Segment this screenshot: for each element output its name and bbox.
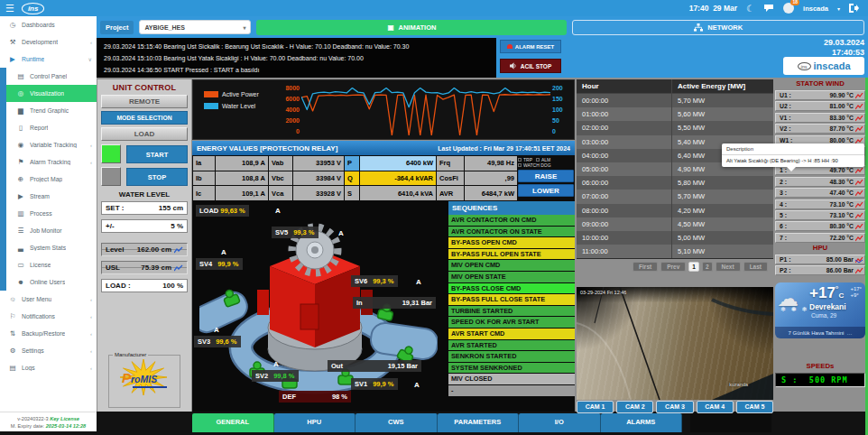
last-page-button[interactable]: Last [743, 262, 768, 272]
prev-page-button[interactable]: Prev [660, 262, 686, 272]
speed-readout: S :500 RPM [775, 373, 865, 387]
load-percent-field[interactable]: LOAD :100 % [101, 279, 188, 292]
load-mode-button[interactable]: LOAD [101, 127, 188, 141]
load-readout[interactable]: LOAD99,63 % [196, 205, 249, 217]
mode-selection-button[interactable]: MODE SELECTION [101, 111, 188, 125]
trend-sparkline-icon[interactable] [855, 213, 863, 219]
sequence-step: AVR STARTED [448, 340, 575, 352]
sidebar-item-system-stats[interactable]: ▃ System Stats [6, 239, 97, 256]
sv3-readout[interactable]: SV399,6 % [194, 336, 241, 347]
weather-forecast-link[interactable]: 7 Günlük Hava Tahmini… [775, 327, 865, 338]
tab-alarms[interactable]: ALARMS [601, 413, 683, 432]
first-page-button[interactable]: First [633, 262, 658, 272]
network-button[interactable]: NETWORK [572, 20, 864, 35]
cam-5-button[interactable]: CAM 5 [736, 401, 773, 413]
sidebar-item-dashboards[interactable]: ◷ Dashboards [0, 16, 97, 33]
stop-button[interactable]: STOP [126, 168, 188, 186]
hamburger-menu-icon[interactable]: ☰ [5, 3, 14, 14]
weather-widget[interactable]: ☁ ❄ ❅ ❄ +17°C +17°+9° Devrekani Cuma, 29… [775, 282, 865, 338]
sidebar-item-development[interactable]: ⚒ Development ‹ [0, 33, 97, 51]
energy-values-header: ENERGY VALUES [PROTECTION RELAY] Last Up… [192, 141, 575, 155]
next-page-button[interactable]: Next [716, 262, 741, 272]
cam-4-button[interactable]: CAM 4 [697, 401, 734, 413]
username[interactable]: inscada [803, 5, 828, 13]
user-caret-icon[interactable]: ▾ [837, 5, 840, 12]
sidebar-item-job-monitor[interactable]: ☰ Job Monitor [6, 222, 97, 239]
camera-watermark: kuzanda [729, 382, 748, 387]
sidebar-item-runtime[interactable]: ▶ Runtime ∨ [0, 51, 97, 68]
sidebar-item-stream[interactable]: ▶ Stream [6, 188, 97, 205]
cam-1-button[interactable]: CAM 1 [577, 401, 614, 413]
sv2-readout[interactable]: SV299,8 % [252, 370, 299, 382]
trend-sparkline-icon[interactable] [855, 257, 863, 264]
set-level-field[interactable]: SET :155 cm [101, 201, 188, 215]
sv6-readout[interactable]: SV699,3 % [351, 275, 398, 287]
outlet-pressure[interactable]: Out19,15 Bar [328, 360, 421, 372]
tab-cws[interactable]: CWS [356, 413, 438, 432]
sidebar-item-settings[interactable]: ⚙ Settings ‹ [0, 342, 97, 359]
tab-hpu[interactable]: HPU [274, 413, 356, 432]
tab-general[interactable]: GENERAL [192, 413, 274, 432]
last-updated: Last Updated : Fri Mar 29 17:40:51 EET 2… [438, 145, 570, 152]
trend-sparkline-icon[interactable] [855, 126, 863, 133]
trend-sparkline-icon[interactable] [855, 93, 863, 99]
sidebar-item-control-panel[interactable]: ▤ Control Panel [6, 68, 97, 85]
trend-sparkline-icon[interactable] [855, 104, 863, 110]
date-text: 29.03.2024 [824, 38, 864, 48]
trend-plot[interactable] [301, 84, 550, 135]
trend-sparkline-icon[interactable] [855, 116, 863, 122]
deflector-readout[interactable]: DEF98 % [279, 391, 351, 403]
alarm-log[interactable]: 29.03.2024 15:15:40 Bearing Ust Sickalik… [97, 38, 496, 78]
sidebar-item-project-map[interactable]: ⊕ Project Map [6, 171, 97, 188]
sidebar-item-backup-restore[interactable]: ⇅ Backup/Restore ‹ [0, 325, 97, 342]
trend-sparkline-icon[interactable] [855, 180, 863, 186]
user-avatar[interactable]: 18 [783, 3, 794, 14]
trend-sparkline-icon[interactable] [855, 202, 863, 208]
sidebar-item-user-menu[interactable]: ☺ User Menu ‹ [0, 291, 97, 308]
inscada-logo-box: ins inscada [783, 57, 864, 75]
sidebar-item-license[interactable]: ▭ License [6, 256, 97, 273]
level-readout: Level162.00 cm [101, 243, 188, 256]
network-icon [694, 23, 703, 32]
page-2-button[interactable]: 2 [702, 262, 713, 272]
chat-icon[interactable] [763, 4, 774, 13]
trend-sparkline-icon[interactable] [855, 168, 863, 174]
logout-icon[interactable] [849, 0, 859, 16]
animation-button[interactable]: ▣ ANIMATION [256, 20, 567, 35]
raise-button[interactable]: RAISE [518, 170, 574, 182]
sv4-readout[interactable]: SV499,9 % [196, 258, 243, 270]
lower-button[interactable]: LOWER [518, 184, 574, 197]
right-column: STATOR WIND U1 :90.90 °C U2 :81.00 °C V1… [775, 79, 865, 412]
sidebar-item-variable-tracking[interactable]: ◉ Variable Tracking ‹ [6, 136, 97, 153]
sidebar-item-process[interactable]: ▥ Process [6, 205, 97, 222]
sv1-readout[interactable]: SV199,9 % [351, 378, 398, 390]
sidebar-item-alarm-tracking[interactable]: ⚑ Alarm Tracking ‹ [6, 153, 97, 171]
sidebar-item-visualization[interactable]: ◎ Visualization [6, 85, 97, 102]
trend-sparkline-icon[interactable] [855, 236, 863, 242]
page-1-button[interactable]: 1 [688, 262, 699, 272]
start-button[interactable]: START [126, 145, 188, 163]
inlet-pressure[interactable]: In19,31 Bar [353, 297, 436, 309]
trend-sparkline-icon[interactable] [855, 224, 863, 230]
trend-chart-panel: Active Power Water Level 80006000 400020… [192, 79, 575, 140]
remote-button[interactable]: REMOTE [101, 95, 188, 108]
sidebar-item-logs[interactable]: ▤ Logs ‹ [0, 359, 97, 376]
sidebar-item-notifications[interactable]: ⚐ Notifications ‹ [0, 308, 97, 325]
cam-2-button[interactable]: CAM 2 [616, 401, 653, 413]
sidebar-item-online-users[interactable]: ☻ Online Users [6, 273, 97, 291]
tab-io[interactable]: I/O [519, 413, 601, 432]
energy-row: Ic109,1 A Vca33928 V S6410,4 kVA AVR6484… [193, 186, 517, 200]
sidebar-item-report[interactable]: ▯ Report [6, 119, 97, 136]
alarm-reset-button[interactable]: ALARM RESET [500, 40, 561, 53]
sv5-readout[interactable]: SV599,3 % [272, 227, 319, 238]
trend-sparkline-icon[interactable] [855, 268, 863, 274]
sidebar-item-trend-graphic[interactable]: ▆ Trend Graphic [6, 102, 97, 119]
tab-parameters[interactable]: PARAMETERS [438, 413, 520, 432]
dark-mode-icon[interactable]: ☾ [746, 4, 754, 14]
cam-3-button[interactable]: CAM 3 [656, 401, 693, 413]
trend-sparkline-icon[interactable] [855, 190, 863, 197]
emergency-stop-button[interactable]: ACIL STOP [500, 59, 561, 73]
deadband-field[interactable]: +/-5 % [101, 219, 188, 233]
project-select[interactable]: AYBIGE_HES ▾ [139, 20, 251, 34]
auto-mark: A [273, 360, 279, 368]
